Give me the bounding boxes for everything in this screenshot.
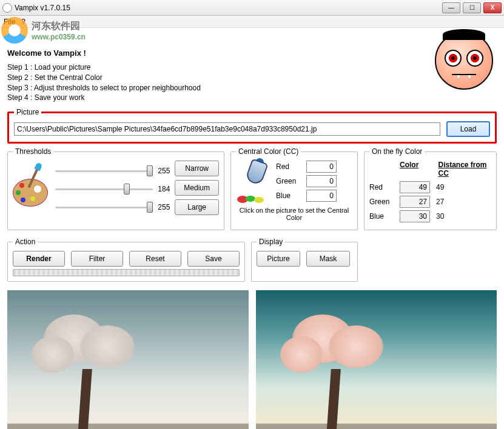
display-group: Display Picture Mask	[251, 238, 358, 282]
display-mask-button[interactable]: Mask	[306, 251, 350, 267]
preview-right[interactable]: 中国图库 cntuku.cn	[256, 290, 497, 429]
action-legend: Action	[13, 238, 38, 246]
display-picture-button[interactable]: Picture	[257, 251, 300, 267]
reset-button[interactable]: Reset	[129, 251, 181, 267]
otf-header-distance: Distance from CC	[438, 161, 491, 178]
otf-green-value	[400, 196, 430, 208]
central-color-legend: Central Color (CC)	[236, 147, 301, 156]
cc-blue-input[interactable]	[306, 190, 337, 202]
threshold-slider-2[interactable]	[55, 188, 153, 190]
maximize-button[interactable]: ☐	[463, 2, 481, 13]
otf-blue-label: Blue	[369, 212, 394, 221]
cc-green-label: Green	[276, 177, 303, 185]
filter-button[interactable]: Filter	[71, 251, 123, 267]
otf-red-value	[400, 181, 430, 193]
picture-path-input[interactable]	[14, 122, 440, 136]
otf-red-label: Red	[369, 183, 394, 191]
cc-red-input[interactable]	[306, 161, 337, 173]
threshold-value-2: 184	[158, 185, 170, 193]
otf-green-dist: 27	[436, 198, 460, 206]
action-group: Action Render Filter Reset Save	[7, 238, 245, 282]
watermark-url: www.pc0359.cn	[32, 33, 86, 41]
threshold-value-3: 255	[158, 203, 170, 211]
step-1: Step 1 : Load your picture	[7, 62, 497, 73]
steps-list: Step 1 : Load your picture Step 2 : Set …	[7, 62, 497, 103]
palette-icon	[13, 169, 50, 207]
render-button[interactable]: Render	[13, 251, 65, 267]
picture-legend: Picture	[14, 108, 41, 116]
preview-left[interactable]: 中国图库 cntuku.cn	[7, 290, 249, 429]
display-legend: Display	[257, 238, 285, 246]
otf-blue-value	[400, 210, 430, 222]
otf-legend: On the fly Color	[369, 147, 425, 156]
watermark-logo-icon	[1, 17, 28, 44]
save-button[interactable]: Save	[187, 251, 240, 267]
narrow-button[interactable]: Narrow	[175, 161, 219, 176]
threshold-slider-1[interactable]	[55, 170, 153, 172]
cc-green-input[interactable]	[306, 175, 337, 187]
eyedropper-icon	[236, 161, 270, 204]
vampire-mascot-icon	[435, 32, 493, 90]
watermark-name: 河东软件园	[32, 20, 86, 33]
titlebar: Vampix v1.7.0.15 — ☐ X	[0, 0, 504, 16]
watermark: 河东软件园 www.pc0359.cn	[1, 17, 86, 44]
window-title: Vampix v1.7.0.15	[15, 4, 442, 12]
otf-blue-dist: 30	[436, 212, 460, 221]
threshold-slider-3[interactable]	[55, 207, 153, 208]
otf-green-label: Green	[369, 198, 394, 206]
otf-red-dist: 49	[436, 183, 460, 191]
thresholds-group: Thresholds 255 184	[7, 147, 224, 230]
large-button[interactable]: Large	[175, 199, 219, 215]
medium-button[interactable]: Medium	[175, 180, 219, 196]
load-button[interactable]: Load	[446, 121, 490, 137]
central-color-group: Central Color (CC) Red Green Blue Click …	[230, 147, 358, 230]
cc-blue-label: Blue	[276, 191, 303, 200]
cc-note: Click on the picture to set the Central …	[236, 207, 352, 221]
on-the-fly-group: On the fly Color Color Distance from CC …	[364, 147, 497, 230]
app-icon	[2, 3, 12, 13]
picture-group: Picture Load	[7, 108, 497, 144]
close-button[interactable]: X	[483, 2, 502, 13]
otf-header-color: Color	[400, 161, 426, 178]
step-3: Step 3 : Adjust thresholds to select to …	[7, 83, 497, 93]
thresholds-legend: Thresholds	[13, 147, 53, 156]
minimize-button[interactable]: —	[442, 2, 460, 13]
threshold-value-1: 255	[158, 167, 170, 175]
cc-red-label: Red	[276, 162, 303, 171]
step-4: Step 4 : Save your work	[7, 93, 497, 103]
progress-bar	[13, 269, 240, 276]
step-2: Step 2 : Set the Central Color	[7, 73, 497, 83]
welcome-heading: Welcome to Vampix !	[7, 48, 497, 58]
